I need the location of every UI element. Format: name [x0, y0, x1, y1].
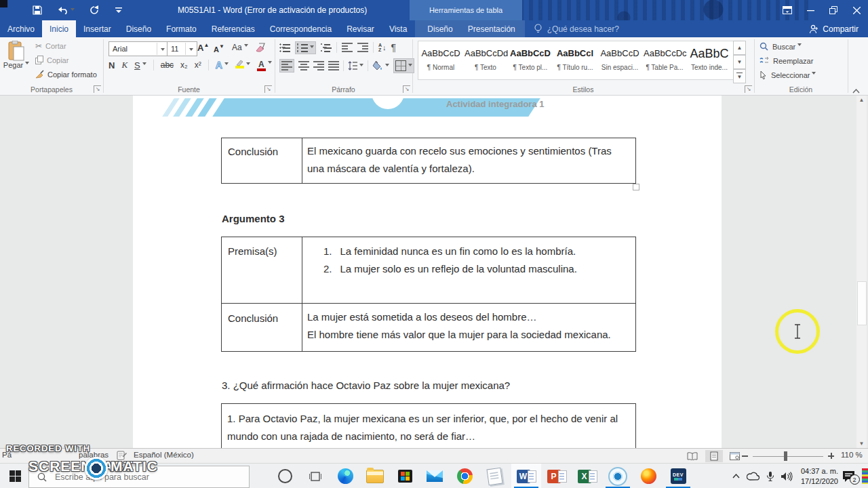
styles-dialog-launcher[interactable]: ↘ [745, 85, 752, 93]
style-normal[interactable]: AaBbCcD¶ Normal [420, 43, 462, 79]
style-texto[interactable]: AaBbCcDd¶ Texto [465, 43, 507, 79]
firefox-taskbar-icon[interactable] [633, 464, 663, 488]
format-painter-button[interactable]: Copiar formato [35, 70, 97, 79]
zoom-out-button[interactable] [742, 455, 748, 457]
tab-table-layout[interactable]: Presentación [460, 20, 523, 37]
action-center-button[interactable]: 2 [837, 464, 860, 488]
align-left-button[interactable] [279, 59, 294, 73]
taskbar-search-box[interactable] [28, 466, 250, 488]
collapse-ribbon-button[interactable] [852, 88, 860, 94]
tab-table-design[interactable]: Diseño [420, 20, 460, 37]
style-titulo[interactable]: AaBbCcl¶ Título ru... [554, 43, 596, 79]
align-center-button[interactable] [298, 61, 309, 70]
proofing-icon[interactable] [117, 451, 127, 460]
microsoft-store-icon[interactable] [390, 464, 420, 488]
tab-diseno[interactable]: Diseño [119, 20, 159, 37]
answer-table[interactable]: 1. Para Octavio Paz, la mujer mexicana e… [221, 403, 636, 448]
align-right-button[interactable] [313, 61, 324, 70]
redo-button[interactable] [87, 3, 102, 18]
styles-more-button[interactable]: ▼ [733, 69, 746, 83]
change-case-button[interactable]: Aa [232, 43, 248, 52]
tab-archivo[interactable]: Archivo [0, 20, 42, 37]
underline-button[interactable]: S [134, 60, 146, 70]
styles-scroll-up-button[interactable]: ▲ [733, 41, 746, 55]
scrollbar-thumb[interactable] [857, 281, 867, 325]
multilevel-list-button[interactable] [321, 43, 332, 52]
tab-correspondencia[interactable]: Correspondencia [262, 20, 339, 37]
web-layout-button[interactable] [726, 450, 743, 462]
tray-overflow-app-icon[interactable] [862, 468, 868, 484]
argument-table[interactable]: Premisa(s) 1.La feminidad nunca es un fi… [221, 237, 636, 352]
excel-taskbar-icon[interactable]: X [572, 464, 602, 488]
cut-button[interactable]: ✂ Cortar [35, 41, 66, 51]
zoom-slider-thumb[interactable] [784, 451, 787, 461]
tab-formato[interactable]: Formato [159, 20, 204, 37]
close-button[interactable] [845, 0, 868, 20]
copy-button[interactable]: Copiar [35, 56, 68, 64]
save-button[interactable] [30, 3, 45, 18]
language-indicator[interactable]: Español (México) [134, 451, 194, 459]
increase-indent-button[interactable] [357, 43, 368, 52]
tab-vista[interactable]: Vista [382, 20, 414, 37]
tab-referencias[interactable]: Referencias [204, 20, 262, 37]
volume-icon[interactable] [778, 464, 795, 488]
page-indicator[interactable]: Pá [2, 451, 12, 459]
font-name-combo[interactable]: Arial [108, 41, 169, 56]
style-texto-plano[interactable]: AaBbCcD¶ Texto pl... [509, 43, 551, 79]
paragraph-dialog-launcher[interactable]: ↘ [403, 85, 410, 93]
grow-font-button[interactable]: A▲ [197, 42, 209, 53]
sort-button[interactable]: AZ ↓ [378, 43, 387, 52]
tab-inicio[interactable]: Inicio [42, 20, 76, 37]
mail-icon[interactable] [420, 464, 450, 488]
styles-scroll-down-button[interactable]: ▼ [733, 55, 746, 69]
search-input[interactable] [54, 472, 226, 483]
justify-button[interactable] [328, 61, 339, 70]
ribbon-display-options-button[interactable] [776, 0, 799, 20]
print-layout-button[interactable] [705, 450, 723, 462]
dev-cpp-taskbar-icon[interactable]: DEV [663, 464, 693, 488]
task-view-button[interactable] [300, 464, 330, 488]
taskbar-clock[interactable]: 04:37 a. m. 17/12/2020 [797, 466, 838, 487]
tell-me-box[interactable]: ¿Qué desea hacer? [534, 24, 619, 34]
cortana-button[interactable] [270, 464, 300, 488]
font-color-button[interactable]: A [257, 60, 272, 71]
zoom-slider-track[interactable] [753, 456, 823, 457]
shrink-font-button[interactable]: A▼ [214, 43, 224, 54]
scroll-up-arrow[interactable]: ▲ [856, 97, 867, 103]
chrome-icon[interactable] [450, 464, 479, 488]
font-size-combo[interactable]: 11 [167, 41, 197, 56]
conclusion-table-1[interactable]: Conclusión El mexicano guarda con recelo… [221, 138, 636, 184]
scroll-down-arrow[interactable]: ▼ [856, 441, 867, 447]
numbering-button[interactable] [295, 41, 316, 54]
onedrive-cloud-icon[interactable] [744, 464, 763, 488]
superscript-button[interactable]: x² [195, 60, 201, 70]
minimize-button[interactable] [799, 0, 822, 20]
tray-expand-chevron[interactable] [727, 464, 745, 488]
screencast-o-matic-taskbar-icon[interactable] [603, 464, 633, 488]
shading-button[interactable] [372, 61, 389, 70]
highlight-color-button[interactable] [235, 59, 250, 71]
microphone-icon[interactable] [762, 464, 778, 488]
edge-icon[interactable] [330, 464, 360, 488]
find-button[interactable]: Buscar [760, 42, 802, 51]
strikethrough-button[interactable]: abc [161, 60, 174, 70]
restore-button[interactable] [822, 0, 845, 20]
style-texto-independiente[interactable]: AaBbCTexto inde... [688, 43, 730, 79]
line-spacing-button[interactable] [348, 61, 363, 70]
italic-button[interactable]: K [121, 60, 127, 70]
select-button[interactable]: Seleccionar [760, 70, 816, 79]
read-mode-button[interactable] [684, 450, 701, 462]
word-count[interactable]: palabras [79, 451, 108, 459]
clear-formatting-button[interactable] [255, 42, 266, 52]
zoom-level[interactable]: 110 % [841, 451, 863, 459]
borders-button[interactable] [393, 58, 414, 73]
share-button[interactable]: Compartir [809, 24, 859, 34]
decrease-indent-button[interactable] [342, 43, 353, 52]
paste-button[interactable]: Pegar [3, 39, 30, 83]
style-sin-espaciado[interactable]: AaBbCcDSin espaci... [599, 43, 641, 79]
subscript-button[interactable]: x₂ [180, 60, 188, 70]
bold-button[interactable]: N [108, 60, 115, 70]
bullets-button[interactable] [279, 43, 290, 52]
word-taskbar-icon[interactable]: W [511, 464, 541, 488]
powerpoint-taskbar-icon[interactable]: P [542, 464, 572, 488]
